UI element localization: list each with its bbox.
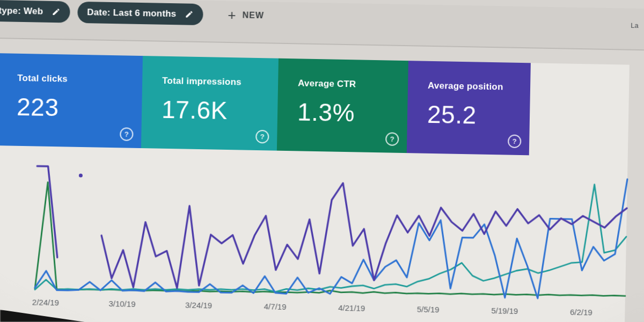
- total-clicks-card[interactable]: Total clicks 223 ?: [0, 53, 143, 148]
- average-position-card[interactable]: Average position 25.2 ?: [407, 61, 531, 155]
- average-ctr-card[interactable]: Average CTR 1.3% ?: [277, 58, 408, 153]
- x-axis-tick-label: 3/24/19: [185, 301, 212, 310]
- date-filter-label: Date: Last 6 months: [87, 7, 177, 19]
- plus-icon: +: [228, 8, 236, 22]
- x-axis-tick-label: 2/24/19: [32, 297, 59, 307]
- x-axis-tick-label: 3/10/19: [108, 299, 135, 309]
- new-filter-button[interactable]: + NEW: [228, 8, 264, 23]
- total-clicks-label: Total clicks: [17, 73, 142, 86]
- help-icon[interactable]: ?: [120, 127, 133, 141]
- date-filter-chip[interactable]: Date: Last 6 months: [77, 2, 203, 25]
- x-axis-tick-label: 6/2/19: [570, 308, 592, 317]
- last-updated-cutoff-text: La: [631, 21, 639, 30]
- series-position: [100, 179, 627, 296]
- total-clicks-value: 223: [17, 92, 142, 123]
- performance-chart-svg: [35, 151, 628, 302]
- x-axis-tick-label: 5/5/19: [417, 305, 440, 314]
- series-impressions: [35, 174, 627, 301]
- total-impressions-card[interactable]: Total impressions 17.6K ?: [141, 56, 279, 151]
- performance-panel: Total clicks 223 ? Total impressions 17.…: [0, 53, 630, 322]
- chart-x-axis: 2/24/193/10/193/24/194/7/194/21/195/5/19…: [34, 297, 625, 320]
- total-impressions-label: Total impressions: [162, 76, 278, 89]
- screen-photo: type: Web Date: Last 6 months + NEW La T…: [0, 0, 644, 322]
- total-impressions-value: 17.6K: [162, 95, 278, 126]
- series-position: [35, 166, 59, 258]
- edit-pencil-icon[interactable]: [185, 10, 193, 19]
- search-type-filter-label: type: Web: [0, 5, 43, 17]
- average-position-label: Average position: [428, 80, 530, 93]
- x-axis-tick-label: 4/7/19: [264, 302, 287, 311]
- edit-pencil-icon[interactable]: [52, 8, 60, 16]
- help-icon[interactable]: ?: [255, 130, 269, 143]
- search-type-filter-chip[interactable]: type: Web: [0, 0, 70, 23]
- performance-chart: [35, 151, 628, 302]
- help-icon[interactable]: ?: [385, 132, 399, 145]
- help-icon[interactable]: ?: [508, 135, 521, 148]
- new-filter-button-label: NEW: [242, 10, 264, 20]
- series-position: [79, 173, 83, 177]
- average-ctr-value: 1.3%: [297, 97, 408, 128]
- series-clicks: [35, 169, 627, 301]
- metric-cards-row: Total clicks 223 ? Total impressions 17.…: [0, 53, 630, 157]
- x-axis-tick-label: 5/19/19: [491, 306, 518, 316]
- x-axis-tick-label: 4/21/19: [338, 303, 365, 313]
- average-ctr-label: Average CTR: [298, 78, 408, 91]
- average-position-value: 25.2: [427, 100, 530, 130]
